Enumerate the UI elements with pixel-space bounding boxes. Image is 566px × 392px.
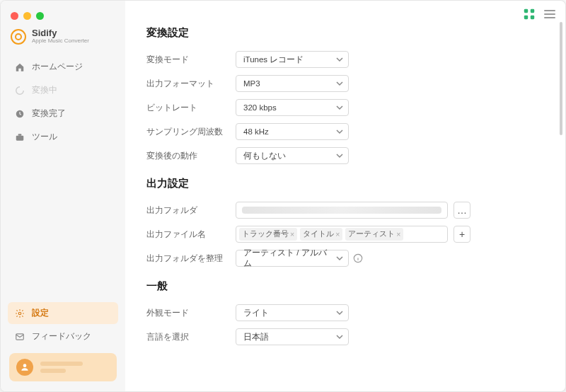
select-convert-mode[interactable]: iTunes レコード (236, 51, 349, 68)
select-value: アーティスト / アルバム (243, 248, 333, 269)
section-title: 出力設定 (146, 177, 544, 190)
nav-bottom: 設定 フィードバック (1, 302, 125, 347)
output-folder-value-blurred (242, 207, 441, 214)
add-filename-tag-button[interactable]: + (454, 226, 470, 243)
select-value: 何もしない (243, 151, 286, 161)
chevron-down-icon (335, 127, 344, 136)
sidebar-item-label: 変換中 (32, 84, 57, 96)
chevron-down-icon (335, 79, 344, 88)
select-value: 日本語 (243, 332, 269, 342)
label-language: 言語を選択 (146, 331, 236, 343)
profile-card[interactable] (9, 353, 117, 381)
select-language[interactable]: 日本語 (236, 328, 349, 345)
brand-logo-icon (11, 29, 26, 45)
toolbox-icon (15, 132, 25, 142)
gear-icon (15, 309, 25, 318)
sidebar-item-label: 変換完了 (32, 108, 66, 120)
spinner-icon (15, 86, 25, 96)
brand-subtitle: Apple Music Converter (32, 38, 89, 45)
filename-tag: タイトル× (300, 228, 342, 241)
label-output-filename: 出力ファイル名 (146, 229, 236, 241)
sidebar-item-settings[interactable]: 設定 (8, 302, 118, 324)
select-sample-rate[interactable]: 48 kHz (236, 123, 349, 140)
sidebar-item-label: フィードバック (32, 330, 91, 342)
close-window-button[interactable] (11, 12, 18, 20)
section-general: 一般 外観モード ライト 言語を選択 日本語 (146, 279, 544, 345)
sidebar-item-tools[interactable]: ツール (8, 126, 118, 148)
sidebar-item-label: ホームページ (32, 61, 83, 73)
remove-tag-icon[interactable]: × (290, 230, 294, 238)
select-value: 320 kbps (243, 103, 277, 112)
filename-tag: アーティスト× (345, 228, 403, 241)
label-organize-folder: 出力フォルダを整理 (146, 253, 236, 265)
topbar (523, 8, 555, 21)
label-after-convert: 変換後の動作 (146, 150, 236, 162)
svg-rect-9 (531, 16, 534, 19)
select-value: MP3 (243, 79, 260, 88)
select-value: ライト (243, 308, 269, 318)
browse-folder-button[interactable]: … (454, 202, 470, 219)
sidebar-item-label: 設定 (32, 307, 49, 319)
select-organize-folder[interactable]: アーティスト / アルバム (236, 250, 349, 267)
sidebar-item-converting[interactable]: 変換中 (8, 79, 118, 101)
clock-icon (15, 109, 25, 119)
svg-point-3 (18, 312, 21, 315)
svg-rect-1 (16, 135, 24, 140)
svg-rect-8 (524, 16, 528, 19)
svg-rect-2 (18, 134, 22, 135)
chevron-down-icon (335, 55, 344, 64)
window-controls (1, 8, 125, 27)
input-output-folder[interactable] (236, 202, 448, 219)
select-value: 48 kHz (243, 127, 269, 136)
app-window: Sidify Apple Music Converter ホームページ 変換中 … (0, 0, 566, 392)
label-sample-rate: サンプリング周波数 (146, 126, 236, 138)
profile-text-placeholder (40, 362, 83, 373)
sidebar-item-feedback[interactable]: フィードバック (8, 325, 118, 347)
select-bitrate[interactable]: 320 kbps (236, 99, 349, 116)
filename-tag: トラック番号× (239, 228, 297, 241)
brand: Sidify Apple Music Converter (1, 27, 125, 56)
minimize-window-button[interactable] (23, 12, 31, 20)
remove-tag-icon[interactable]: × (335, 230, 340, 238)
select-after-convert[interactable]: 何もしない (236, 147, 349, 164)
remove-tag-icon[interactable]: × (396, 230, 400, 238)
svg-point-5 (23, 364, 27, 367)
sidebar-item-label: ツール (32, 131, 57, 143)
section-title: 一般 (146, 279, 544, 293)
label-bitrate: ビットレート (146, 102, 236, 114)
sidebar: Sidify Apple Music Converter ホームページ 変換中 … (1, 1, 125, 391)
menu-icon[interactable] (544, 10, 555, 18)
select-value: iTunes レコード (243, 54, 304, 65)
select-appearance[interactable]: ライト (236, 304, 349, 321)
chevron-down-icon (335, 103, 344, 112)
select-output-format[interactable]: MP3 (236, 75, 349, 92)
avatar-icon (16, 359, 33, 376)
label-output-folder: 出力フォルダ (146, 204, 236, 217)
info-icon[interactable] (353, 253, 363, 263)
chevron-down-icon (335, 333, 344, 341)
section-convert: 変換設定 変換モード iTunes レコード 出力フォーマット MP3 ビットレ… (146, 26, 544, 164)
svg-rect-6 (524, 9, 528, 13)
chevron-down-icon (335, 254, 344, 263)
label-output-format: 出力フォーマット (146, 78, 236, 90)
sidebar-item-home[interactable]: ホームページ (8, 56, 118, 78)
sidebar-item-completed[interactable]: 変換完了 (8, 103, 118, 125)
section-title: 変換設定 (146, 26, 544, 40)
maximize-window-button[interactable] (36, 12, 44, 20)
home-icon (15, 62, 25, 72)
apps-grid-icon[interactable] (523, 8, 536, 21)
brand-name: Sidify (32, 28, 89, 38)
chevron-down-icon (335, 151, 344, 160)
mail-icon (15, 332, 25, 342)
chevron-down-icon (335, 309, 344, 317)
section-output: 出力設定 出力フォルダ … 出力ファイル名 トラック番号× タイトル× アーティ… (146, 177, 544, 267)
label-convert-mode: 変換モード (146, 54, 236, 66)
nav: ホームページ 変換中 変換完了 ツール (1, 56, 125, 148)
svg-rect-7 (531, 9, 534, 13)
label-appearance: 外観モード (146, 307, 236, 319)
input-output-filename[interactable]: トラック番号× タイトル× アーティスト× (236, 226, 448, 243)
main-content: 変換設定 変換モード iTunes レコード 出力フォーマット MP3 ビットレ… (125, 1, 565, 391)
